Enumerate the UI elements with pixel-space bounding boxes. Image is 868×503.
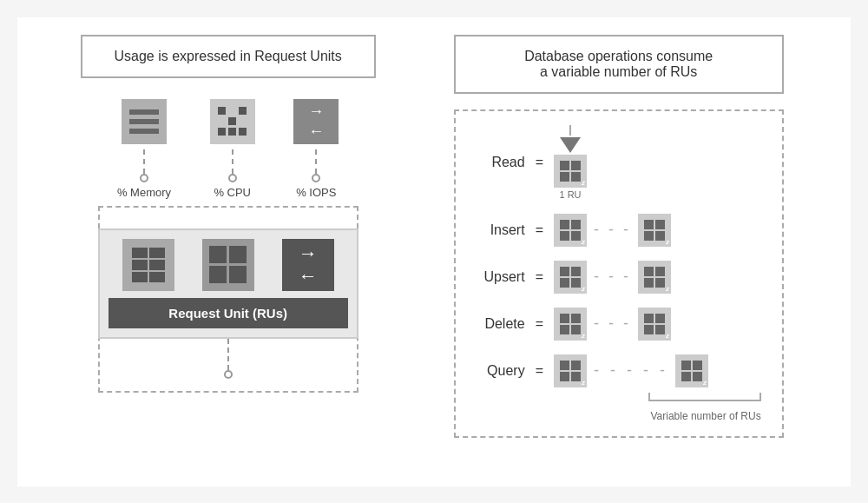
read-icon-area: z 1 RU bbox=[554, 125, 587, 200]
circle-dot-memory bbox=[140, 174, 148, 182]
op-row-query: Query = z - - - - - bbox=[464, 354, 765, 387]
ru-grid-cell-2 bbox=[229, 246, 247, 263]
upsert-db-icon-2: z bbox=[638, 261, 671, 294]
op-row-upsert: Upsert = z - - - bbox=[464, 261, 765, 294]
read-ru-label: 1 RU bbox=[559, 189, 581, 200]
dashed-from-top bbox=[569, 125, 571, 136]
cpu-cell-9 bbox=[239, 128, 247, 136]
variable-brace bbox=[648, 393, 761, 401]
read-db-cell-1 bbox=[560, 161, 569, 170]
op-equals-read: = bbox=[536, 155, 543, 170]
ops-container: Read = bbox=[454, 109, 784, 438]
ru-box: → ← Request Unit (RUs) bbox=[98, 228, 358, 339]
op-equals-query: = bbox=[536, 363, 543, 379]
ru-label: Request Unit (RUs) bbox=[108, 298, 348, 328]
memory-label: % Memory bbox=[117, 186, 171, 199]
memory-lines bbox=[129, 109, 159, 134]
ru-grid-inner bbox=[209, 246, 247, 283]
ru-db-icon bbox=[122, 239, 174, 291]
left-panel: Usage is expressed in Request Units bbox=[43, 35, 412, 393]
ru-db-cell-1 bbox=[132, 248, 148, 258]
read-db-icon: z bbox=[554, 155, 587, 188]
read-db-cell-4 bbox=[571, 172, 581, 182]
iops-label: % IOPS bbox=[296, 186, 336, 199]
ru-inner-row: → ← bbox=[108, 239, 348, 291]
left-title: Usage is expressed in Request Units bbox=[81, 35, 376, 78]
op-row-read: Read = bbox=[464, 125, 765, 200]
cpu-cell-4 bbox=[218, 117, 226, 125]
cpu-cell-5 bbox=[228, 117, 236, 125]
main-container: Usage is expressed in Request Units bbox=[17, 17, 851, 486]
cpu-cell-1 bbox=[218, 107, 226, 115]
read-db-grid bbox=[560, 161, 581, 182]
memory-line-3 bbox=[129, 129, 159, 134]
right-title: Database operations consume a variable n… bbox=[454, 35, 784, 94]
circle-dot-iops bbox=[312, 174, 320, 182]
ru-db-cell-6 bbox=[149, 272, 165, 282]
iops-icon: → ← bbox=[293, 99, 339, 144]
cpu-cell-3 bbox=[239, 107, 247, 115]
iops-col: → ← % IOPS bbox=[293, 99, 339, 199]
op-row-delete: Delete = z - - - bbox=[464, 308, 765, 341]
ru-arrow-left: ← bbox=[299, 265, 318, 288]
dashed-line-memory bbox=[143, 149, 145, 174]
insert-db-icon-2: z bbox=[638, 214, 671, 247]
op-equals-delete: = bbox=[536, 316, 543, 332]
ru-grid-cell-4 bbox=[229, 266, 247, 283]
cpu-col: % CPU bbox=[210, 99, 255, 199]
insert-db-icon-1: z bbox=[554, 214, 587, 247]
ru-db-cell-2 bbox=[149, 248, 165, 258]
left-layout: % Memory bbox=[98, 99, 358, 393]
dashed-line-iops bbox=[315, 149, 317, 174]
resource-icons-row: % Memory bbox=[98, 99, 358, 199]
query-db-icon-2: z bbox=[675, 354, 708, 387]
circle-dot-cpu bbox=[228, 174, 237, 182]
right-title-text: Database operations consume a variable n… bbox=[524, 49, 713, 79]
read-db-cell-2 bbox=[571, 161, 581, 170]
ru-arrow-right: → bbox=[299, 242, 318, 265]
op-name-read: Read bbox=[464, 155, 525, 170]
ru-db-grid bbox=[132, 248, 165, 282]
arrow-right-icon: → bbox=[308, 103, 324, 121]
query-db-icon-1: z bbox=[554, 354, 587, 387]
ru-dashed-box: → ← Request Unit (RUs) bbox=[98, 206, 358, 393]
variable-label: Variable number of RUs bbox=[650, 410, 760, 422]
circle-dot-bottom bbox=[224, 370, 233, 379]
op-equals-upsert: = bbox=[536, 269, 543, 285]
ru-grid-cell-3 bbox=[209, 266, 227, 283]
dashed-line-bottom bbox=[227, 339, 229, 370]
op-equals-insert: = bbox=[536, 222, 543, 238]
arrow-left-icon: ← bbox=[308, 122, 324, 141]
arrow-down-container bbox=[560, 125, 581, 153]
op-name-delete: Delete bbox=[464, 316, 525, 332]
op-name-query: Query bbox=[464, 363, 525, 379]
read-db-cell-3 bbox=[560, 172, 569, 182]
cpu-cell-6 bbox=[239, 117, 247, 125]
ru-db-cell-5 bbox=[132, 272, 148, 282]
ru-db-cell-3 bbox=[132, 260, 148, 270]
cpu-cell-2 bbox=[228, 107, 236, 115]
op-row-insert: Insert = z - - - bbox=[464, 214, 765, 247]
cpu-label: % CPU bbox=[214, 186, 251, 199]
ru-grid-cell-1 bbox=[209, 246, 227, 263]
cpu-grid bbox=[218, 107, 247, 136]
upsert-dashes: - - - bbox=[594, 268, 631, 286]
upsert-db-icon-1: z bbox=[554, 261, 587, 294]
ru-arrows-icon: → ← bbox=[282, 239, 334, 291]
down-arrow-icon bbox=[560, 137, 581, 153]
variable-section: Variable number of RUs bbox=[464, 393, 765, 422]
delete-db-icon-2: z bbox=[638, 308, 671, 341]
op-name-upsert: Upsert bbox=[464, 269, 525, 285]
memory-icon bbox=[122, 99, 167, 144]
ru-grid-icon bbox=[202, 239, 254, 291]
memory-col: % Memory bbox=[117, 99, 171, 199]
ru-db-cell-4 bbox=[149, 260, 165, 270]
memory-line-2 bbox=[129, 119, 159, 124]
query-dashes: - - - - - bbox=[594, 361, 668, 380]
delete-dashes: - - - bbox=[594, 314, 631, 333]
insert-dashes: - - - bbox=[594, 221, 631, 239]
cpu-cell-7 bbox=[218, 128, 226, 136]
memory-line-1 bbox=[129, 109, 159, 115]
delete-db-icon-1: z bbox=[554, 308, 587, 341]
right-panel: Database operations consume a variable n… bbox=[412, 35, 825, 438]
